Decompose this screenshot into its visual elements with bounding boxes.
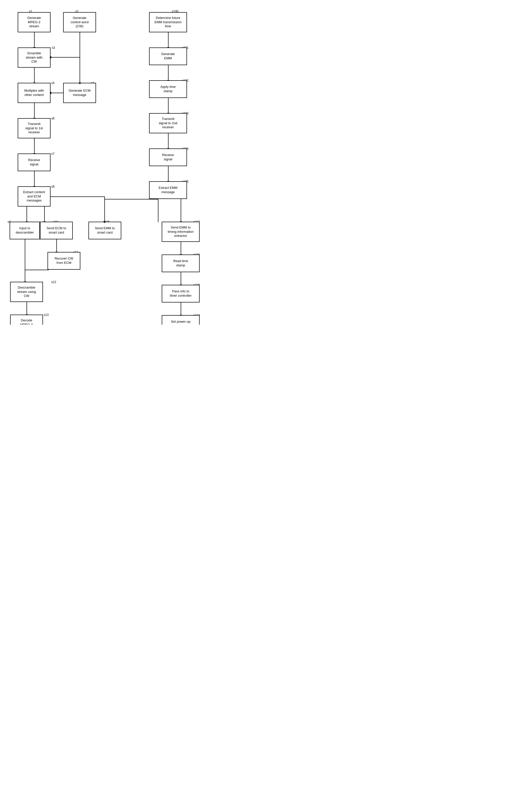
box-s11: Recover CWfrom ECM bbox=[48, 252, 80, 270]
line-s105-horiz bbox=[105, 199, 158, 200]
label-s7: s7 bbox=[51, 152, 55, 155]
line-s11-down bbox=[48, 261, 48, 270]
arrow-s104-s105 bbox=[168, 166, 168, 181]
arrow-s101-s102 bbox=[168, 65, 168, 80]
label-s5: s5 bbox=[51, 81, 55, 85]
label-s6: s6 bbox=[51, 117, 55, 120]
box-s100: Determine futureEMM transmissiontime bbox=[149, 12, 187, 32]
box-s108: Read timestamp bbox=[162, 255, 200, 272]
arrow-s105-s107 bbox=[181, 212, 181, 222]
line-s2-down bbox=[80, 32, 80, 58]
label-s13: s13 bbox=[44, 313, 49, 317]
arrow-s103-s104 bbox=[168, 133, 168, 148]
label-s8: s8 bbox=[51, 185, 55, 188]
box-s8: Extract contentand ECMmessages bbox=[18, 186, 51, 206]
box-s102: Apply timestamp bbox=[149, 80, 187, 98]
arrow-s6-s7 bbox=[34, 138, 35, 153]
box-s1: GenerateMPEG-2stream bbox=[18, 12, 51, 32]
arrow-s2-s3 bbox=[51, 57, 80, 58]
box-s101: GenerateEMM bbox=[149, 48, 187, 65]
box-s12: Descramblestream usingCW bbox=[10, 282, 43, 302]
box-s10: Send ECM tosmart card bbox=[40, 222, 73, 239]
box-s9: Input todescrambler bbox=[9, 222, 40, 239]
box-s104: Receivesignal bbox=[149, 148, 187, 166]
box-s2: Generatecontrol word(CW) bbox=[63, 12, 96, 32]
box-s106: Send EMM tosmart card bbox=[88, 222, 121, 239]
arrow-s3-s5 bbox=[34, 68, 35, 83]
line-s11-s12-horiz bbox=[25, 270, 48, 270]
arrow-s107-s108 bbox=[181, 242, 181, 255]
arrow-s5-s6 bbox=[34, 103, 35, 118]
arrow-s4-s5 bbox=[51, 93, 63, 93]
box-s103: Transmitsignal to 2ndreceiver bbox=[149, 113, 187, 133]
arrow-s102-s103 bbox=[168, 98, 168, 113]
arrow-s8-s9 bbox=[27, 212, 27, 222]
box-s6: Transmitsignal to 1streceiver bbox=[18, 118, 51, 138]
box-s5: Multiplex withother content bbox=[18, 83, 51, 103]
arrow-s7-s8 bbox=[34, 171, 35, 186]
flowchart: s1 GenerateMPEG-2stream s2 Generatecontr… bbox=[5, 5, 202, 318]
box-s110: Set power-uptime bbox=[162, 315, 200, 325]
arrow-s100-s101 bbox=[168, 32, 168, 48]
line-s8-mid bbox=[51, 197, 105, 197]
arrow-s8-s10 bbox=[44, 212, 45, 222]
line-s9-s12 bbox=[25, 239, 25, 270]
box-s7: Receivesignal bbox=[18, 153, 51, 171]
box-s109: Pass info totimer controller bbox=[162, 285, 200, 302]
box-s105: Extract EMMmessage bbox=[149, 181, 187, 199]
box-s3: Scramblestream withCW bbox=[18, 48, 51, 68]
arrow-to-s12 bbox=[25, 270, 25, 282]
arrow-s1-s3 bbox=[34, 32, 35, 48]
arrow-s109-s110 bbox=[181, 302, 181, 315]
arrow-to-s4 bbox=[80, 68, 80, 83]
arrow-s10-s11 bbox=[56, 239, 57, 252]
arrow-s12-s13 bbox=[27, 302, 27, 315]
arrow-to-s106 bbox=[104, 212, 105, 222]
label-s12: s12 bbox=[51, 280, 56, 284]
arrow-s108-s109 bbox=[181, 272, 181, 285]
line-s105-left bbox=[158, 199, 158, 222]
label-s3: s3 bbox=[52, 46, 55, 50]
box-s107: Send EMM totiming informationextractor bbox=[162, 222, 200, 242]
box-s13: DecodeMPEG-IIstream bbox=[10, 315, 43, 325]
box-s4: Generate ECMmessage bbox=[63, 83, 96, 103]
